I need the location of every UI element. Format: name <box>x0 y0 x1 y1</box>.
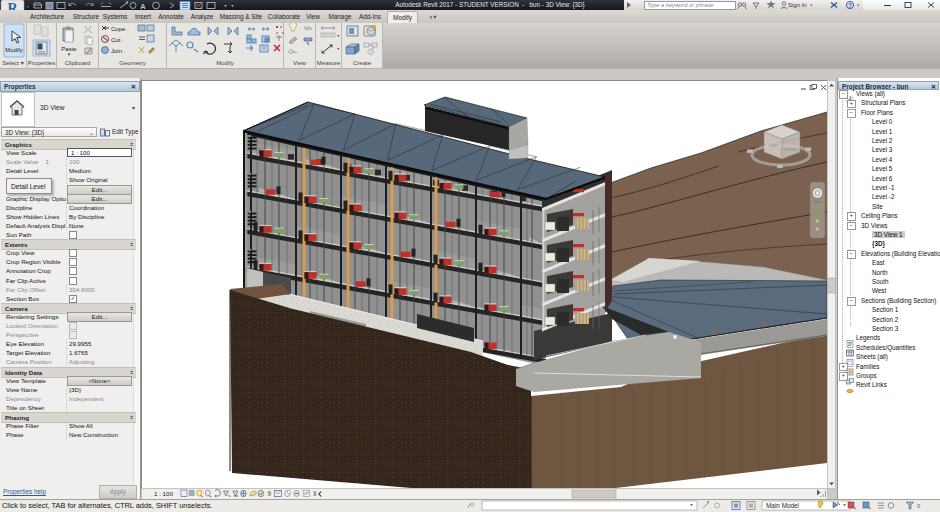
svg-text:Main Model: Main Model <box>766 502 799 509</box>
svg-text:LEFT: LEFT <box>769 143 779 148</box>
svg-text:Sign In: Sign In <box>788 2 807 8</box>
svg-text:Modify: Modify <box>5 47 23 53</box>
svg-text:0: 0 <box>917 503 920 509</box>
svg-text:9: 9 <box>268 490 272 498</box>
svg-text:Join ·: Join · <box>111 48 126 54</box>
svg-text:Cope ·: Cope · <box>111 26 129 32</box>
svg-text:1 : 100: 1 : 100 <box>154 490 173 497</box>
svg-text:FRONT: FRONT <box>784 147 798 152</box>
svg-text:·: · <box>299 26 301 32</box>
svg-text:Paste: Paste <box>61 46 77 52</box>
svg-text:?: ? <box>848 2 852 9</box>
svg-text:Cut ·: Cut · <box>111 37 124 43</box>
